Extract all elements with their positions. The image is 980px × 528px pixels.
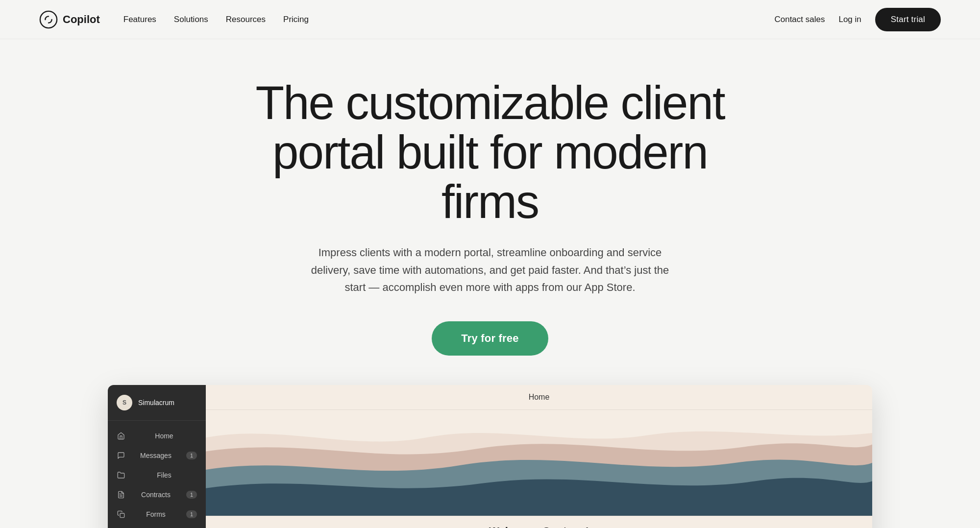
welcome-section: Welcome, Gustavo! <box>206 516 872 528</box>
messages-badge: 1 <box>186 452 197 459</box>
sidebar-item-forms-label: Forms <box>131 510 180 518</box>
nav-item-features[interactable]: Features <box>123 15 156 24</box>
app-sidebar: S Simulacrum Home <box>108 385 206 528</box>
app-main-content: Home Welcome, Gustavo! <box>206 385 872 528</box>
contact-sales-link[interactable]: Contact sales <box>774 15 825 24</box>
forms-badge: 1 <box>186 510 197 518</box>
contracts-icon <box>117 490 125 499</box>
sidebar-nav: Home Messages 1 <box>108 421 206 528</box>
app-main-header-title: Home <box>529 393 550 401</box>
home-icon <box>117 432 125 440</box>
forms-icon <box>117 510 125 519</box>
sidebar-item-files-label: Files <box>131 471 197 479</box>
logo-icon <box>39 10 58 29</box>
nav-links: Features Solutions Resources Pricing <box>123 15 309 24</box>
hero-subtitle: Impress clients with a modern portal, st… <box>304 244 676 296</box>
hero-title: The customizable client portal built for… <box>220 78 760 226</box>
nav-item-pricing[interactable]: Pricing <box>283 15 309 24</box>
sidebar-item-contracts-label: Contracts <box>131 491 180 499</box>
app-preview: S Simulacrum Home <box>108 385 872 528</box>
sidebar-item-home[interactable]: Home <box>108 427 206 445</box>
message-icon <box>117 451 125 460</box>
nav-right: Contact sales Log in Start trial <box>774 8 941 31</box>
navbar: Copilot Features Solutions Resources Pri… <box>0 0 980 39</box>
wave-chart <box>206 410 872 516</box>
sidebar-item-contracts[interactable]: Contracts 1 <box>108 485 206 504</box>
sidebar-item-billing[interactable]: Billing <box>108 525 206 528</box>
logo-link[interactable]: Copilot <box>39 10 100 29</box>
sidebar-item-files[interactable]: Files <box>108 466 206 484</box>
contracts-badge: 1 <box>186 491 197 499</box>
sidebar-company-name: Simulacrum <box>138 399 174 407</box>
login-link[interactable]: Log in <box>838 15 861 24</box>
sidebar-header: S Simulacrum <box>108 385 206 421</box>
nav-item-solutions[interactable]: Solutions <box>174 15 208 24</box>
start-trial-button[interactable]: Start trial <box>875 8 941 31</box>
files-icon <box>117 471 125 480</box>
try-free-button[interactable]: Try for free <box>432 321 548 356</box>
svg-rect-3 <box>120 513 124 518</box>
logo-text: Copilot <box>63 13 100 26</box>
svg-point-0 <box>40 11 57 27</box>
hero-section: The customizable client portal built for… <box>0 39 980 528</box>
sidebar-item-forms[interactable]: Forms 1 <box>108 505 206 524</box>
sidebar-item-home-label: Home <box>131 432 197 440</box>
sidebar-item-messages[interactable]: Messages 1 <box>108 446 206 465</box>
nav-left: Copilot Features Solutions Resources Pri… <box>39 10 309 29</box>
sidebar-item-messages-label: Messages <box>131 452 180 459</box>
nav-item-resources[interactable]: Resources <box>226 15 266 24</box>
sidebar-company-logo: S <box>117 395 132 410</box>
welcome-title: Welcome, Gustavo! <box>489 525 589 528</box>
app-main-header: Home <box>206 385 872 410</box>
